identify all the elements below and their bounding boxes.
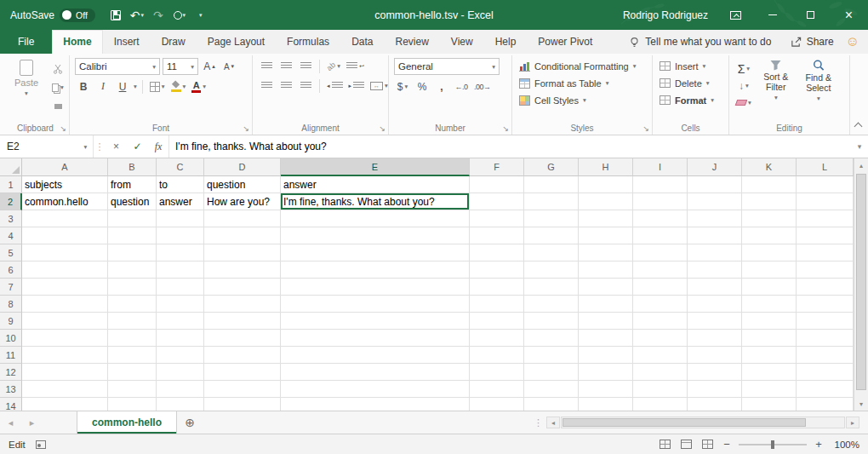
cell-F13[interactable] [470, 381, 524, 398]
column-header-H[interactable]: H [579, 158, 633, 176]
cell-C6[interactable] [157, 261, 204, 279]
cell-G9[interactable] [524, 313, 579, 330]
cell-J6[interactable] [688, 261, 742, 279]
column-header-I[interactable]: I [633, 158, 688, 176]
cell-L4[interactable] [797, 227, 854, 244]
cell-C13[interactable] [157, 381, 204, 398]
cell-H12[interactable] [579, 364, 633, 381]
sheet-tab-common-hello[interactable]: common-hello [77, 411, 177, 434]
column-header-J[interactable]: J [688, 158, 742, 176]
cell-K3[interactable] [742, 210, 797, 227]
cell-A3[interactable] [22, 210, 108, 227]
column-header-E[interactable]: E [281, 158, 470, 176]
cell-A6[interactable] [22, 261, 108, 279]
decrease-font-size-button[interactable]: A▾ [220, 59, 237, 75]
cell-G13[interactable] [524, 381, 579, 398]
close-button[interactable]: × [830, 0, 868, 30]
insert-cells-button[interactable]: Insert ▾ [658, 58, 716, 74]
row-header-5[interactable]: 5 [0, 244, 22, 261]
horizontal-scroll-thumb[interactable] [562, 418, 806, 427]
row-header-8[interactable]: 8 [0, 296, 22, 313]
cell-G4[interactable] [524, 227, 579, 244]
sort-filter-button[interactable]: Sort & Filter ▾ [757, 58, 796, 103]
row-header-12[interactable]: 12 [0, 364, 22, 381]
horizontal-scroll-track[interactable] [561, 417, 845, 428]
cell-K12[interactable] [742, 364, 797, 381]
cell-A10[interactable] [22, 330, 108, 347]
cell-A11[interactable] [22, 347, 108, 364]
cell-L14[interactable] [797, 398, 854, 411]
cell-I7[interactable] [633, 279, 688, 296]
cell-F7[interactable] [470, 279, 524, 296]
cell-K10[interactable] [742, 330, 797, 347]
cell-H1[interactable] [579, 176, 633, 193]
cell-A5[interactable] [22, 244, 108, 261]
ribbon-tab-insert[interactable]: Insert [103, 30, 151, 54]
cell-E9[interactable] [281, 313, 470, 330]
cell-J8[interactable] [688, 296, 742, 313]
cell-F12[interactable] [470, 364, 524, 381]
dropdown-icon[interactable]: ▾ [134, 83, 137, 90]
ribbon-tab-help[interactable]: Help [484, 30, 528, 54]
cell-L1[interactable] [797, 176, 854, 193]
column-header-C[interactable]: C [157, 158, 204, 176]
cell-F6[interactable] [470, 261, 524, 279]
copy-button[interactable]: ▾ [49, 79, 66, 95]
cell-G8[interactable] [524, 296, 579, 313]
conditional-formatting-button[interactable]: Conditional Formatting ▾ [517, 58, 637, 74]
cell-E12[interactable] [281, 364, 470, 381]
cell-H6[interactable] [579, 261, 633, 279]
row-header-14[interactable]: 14 [0, 398, 22, 411]
cut-button[interactable] [49, 60, 66, 77]
cell-J3[interactable] [688, 210, 742, 227]
cell-D9[interactable] [204, 313, 281, 330]
fill-color-button[interactable]: ▾ [169, 78, 188, 95]
cancel-button[interactable]: × [106, 135, 127, 158]
cell-E5[interactable] [281, 244, 470, 261]
sheet-nav-left[interactable]: ◂ [0, 411, 21, 434]
row-header-3[interactable]: 3 [0, 210, 22, 227]
cell-J2[interactable] [688, 193, 742, 210]
enter-button[interactable]: ✓ [127, 135, 148, 158]
cell-G7[interactable] [524, 279, 579, 296]
cell-C12[interactable] [157, 364, 204, 381]
cell-D14[interactable] [204, 398, 281, 411]
cell-I3[interactable] [633, 210, 688, 227]
cell-G2[interactable] [524, 193, 579, 210]
cell-B14[interactable] [108, 398, 157, 411]
cell-A2[interactable]: common.hello [22, 193, 108, 210]
cell-B9[interactable] [108, 313, 157, 330]
cell-L2[interactable] [797, 193, 854, 210]
cell-K2[interactable] [742, 193, 797, 210]
increase-font-size-button[interactable]: A▴ [201, 59, 218, 75]
cell-A14[interactable] [22, 398, 108, 411]
normal-view-button[interactable] [657, 437, 672, 452]
comma-style-button[interactable]: , [433, 78, 450, 95]
cell-D11[interactable] [204, 347, 281, 364]
cell-B5[interactable] [108, 244, 157, 261]
ribbon-tab-data[interactable]: Data [340, 30, 384, 54]
increase-decimal-button[interactable]: ←.0 [453, 78, 470, 95]
cell-L6[interactable] [797, 261, 854, 279]
cell-H7[interactable] [579, 279, 633, 296]
scroll-left-arrow[interactable]: ◂ [546, 417, 560, 428]
cell-H4[interactable] [579, 227, 633, 244]
cell-A12[interactable] [22, 364, 108, 381]
cell-L11[interactable] [797, 347, 854, 364]
ribbon-tab-draw[interactable]: Draw [151, 30, 197, 54]
cell-I4[interactable] [633, 227, 688, 244]
autosum-button[interactable]: Σ▾ [734, 60, 753, 77]
cell-E13[interactable] [281, 381, 470, 398]
cell-D10[interactable] [204, 330, 281, 347]
autosave-toggle[interactable]: AutoSave Off [10, 0, 95, 30]
accounting-format-button[interactable]: $▾ [394, 78, 411, 95]
ribbon-tab-file[interactable]: File [0, 30, 52, 54]
cell-B8[interactable] [108, 296, 157, 313]
cell-J1[interactable] [688, 176, 742, 193]
cell-C9[interactable] [157, 313, 204, 330]
cell-L7[interactable] [797, 279, 854, 296]
cell-C8[interactable] [157, 296, 204, 313]
cell-F14[interactable] [470, 398, 524, 411]
underline-button[interactable]: U [114, 78, 131, 95]
cell-I13[interactable] [633, 381, 688, 398]
